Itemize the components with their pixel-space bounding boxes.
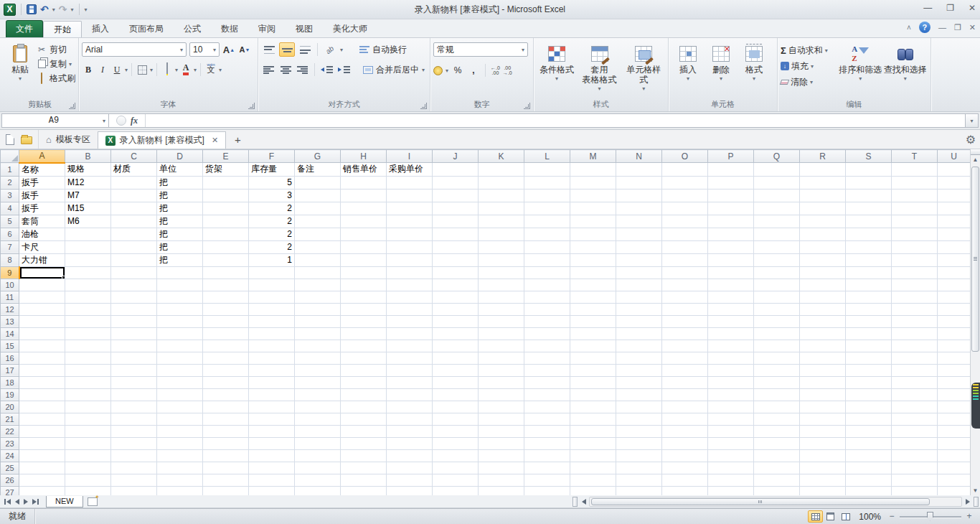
restore-button[interactable]: ❐ (946, 3, 954, 13)
row-header-8[interactable]: 8 (1, 253, 19, 266)
formula-input[interactable] (145, 114, 965, 127)
column-header-B[interactable]: B (65, 150, 111, 163)
cell-S9[interactable] (846, 266, 892, 279)
cell-T13[interactable] (892, 315, 938, 327)
cell-G1[interactable]: 备注 (295, 163, 341, 177)
cell-C4[interactable] (111, 202, 157, 215)
tab-file[interactable]: 文件 (6, 20, 43, 37)
help-icon[interactable]: ? (919, 22, 930, 33)
cell-N21[interactable] (616, 413, 662, 425)
cell-A7[interactable]: 卡尺 (19, 240, 65, 253)
format-cells-button[interactable]: 格式 ▾ (738, 40, 771, 99)
excel-logo-icon[interactable]: X (4, 4, 16, 16)
cell-K22[interactable] (479, 425, 524, 437)
align-top-button[interactable] (261, 42, 277, 57)
cell-L14[interactable] (524, 327, 570, 340)
wrap-text-button[interactable]: 自动换行 (357, 42, 409, 57)
cell-O19[interactable] (662, 388, 708, 401)
cell-P20[interactable] (708, 401, 754, 413)
cell-M4[interactable] (570, 202, 616, 215)
cell-T20[interactable] (892, 401, 938, 413)
chevron-down-icon[interactable]: ▾ (180, 47, 183, 53)
cell-O3[interactable] (662, 189, 708, 202)
cell-J21[interactable] (433, 413, 479, 425)
cell-A25[interactable] (19, 462, 65, 474)
cell-C11[interactable] (111, 291, 157, 303)
cell-D24[interactable] (157, 449, 203, 462)
cell-U9[interactable] (938, 266, 971, 279)
cell-Q3[interactable] (754, 189, 800, 202)
cell-G3[interactable] (295, 189, 341, 202)
cell-L26[interactable] (524, 474, 570, 486)
cell-Q9[interactable] (754, 266, 800, 279)
cell-O11[interactable] (662, 291, 708, 303)
cell-E4[interactable] (203, 202, 249, 215)
cell-D26[interactable] (157, 474, 203, 486)
cell-O13[interactable] (662, 315, 708, 327)
cell-P14[interactable] (708, 327, 754, 340)
cell-J9[interactable] (433, 266, 479, 279)
cell-T2[interactable] (892, 176, 938, 189)
new-document-icon[interactable] (6, 134, 14, 145)
cell-T19[interactable] (892, 388, 938, 401)
horizontal-scroll-thumb[interactable] (591, 498, 930, 505)
cell-L9[interactable] (524, 266, 570, 279)
cell-J7[interactable] (433, 240, 479, 253)
cell-L12[interactable] (524, 303, 570, 315)
cell-G20[interactable] (295, 401, 341, 413)
cell-O17[interactable] (662, 364, 708, 376)
scroll-down-icon[interactable]: ▼ (971, 487, 980, 495)
cell-E8[interactable] (203, 253, 249, 266)
cell-D10[interactable] (157, 279, 203, 291)
cell-Q26[interactable] (754, 474, 800, 486)
gear-icon[interactable]: ⚙ (966, 133, 976, 146)
cell-P15[interactable] (708, 340, 754, 352)
phonetic-button[interactable]: wén文 (204, 62, 217, 77)
cell-O26[interactable] (662, 474, 708, 486)
cell-A12[interactable] (19, 303, 65, 315)
cell-B15[interactable] (65, 340, 111, 352)
cell-E12[interactable] (203, 303, 249, 315)
cell-T12[interactable] (892, 303, 938, 315)
row-header-9[interactable]: 9 (1, 266, 19, 279)
cell-R13[interactable] (800, 315, 846, 327)
column-header-N[interactable]: N (616, 150, 662, 163)
bold-button[interactable]: B (82, 62, 95, 77)
column-header-P[interactable]: P (708, 150, 754, 163)
cell-B24[interactable] (65, 449, 111, 462)
cell-S14[interactable] (846, 327, 892, 340)
cell-H7[interactable] (341, 240, 387, 253)
cell-A3[interactable]: 扳手 (19, 189, 65, 202)
cell-R26[interactable] (800, 474, 846, 486)
cell-R1[interactable] (800, 163, 846, 177)
cell-S26[interactable] (846, 474, 892, 486)
cell-H9[interactable] (341, 266, 387, 279)
cell-T11[interactable] (892, 291, 938, 303)
cell-I15[interactable] (387, 340, 433, 352)
cell-R24[interactable] (800, 449, 846, 462)
cell-I25[interactable] (387, 462, 433, 474)
zoom-slider[interactable] (900, 512, 961, 522)
doc-tab-current[interactable]: X 录入新物料 [兼容模式] ✕ (98, 131, 226, 149)
cell-C5[interactable] (111, 215, 157, 228)
cell-N6[interactable] (616, 228, 662, 240)
cell-E16[interactable] (203, 352, 249, 364)
cell-R9[interactable] (800, 266, 846, 279)
cell-E17[interactable] (203, 364, 249, 376)
increase-indent-button[interactable] (336, 62, 352, 77)
cell-M18[interactable] (570, 376, 616, 388)
cell-O21[interactable] (662, 413, 708, 425)
cell-M10[interactable] (570, 279, 616, 291)
cell-F2[interactable]: 5 (249, 176, 295, 189)
cell-R7[interactable] (800, 240, 846, 253)
minimize-button[interactable]: — (923, 3, 932, 13)
cell-H3[interactable] (341, 189, 387, 202)
cell-L22[interactable] (524, 425, 570, 437)
cell-Q7[interactable] (754, 240, 800, 253)
cell-C19[interactable] (111, 388, 157, 401)
row-header-14[interactable]: 14 (1, 327, 19, 340)
cell-L1[interactable] (524, 163, 570, 177)
cell-T17[interactable] (892, 364, 938, 376)
cell-B6[interactable] (65, 228, 111, 240)
normal-view-button[interactable] (808, 510, 823, 523)
